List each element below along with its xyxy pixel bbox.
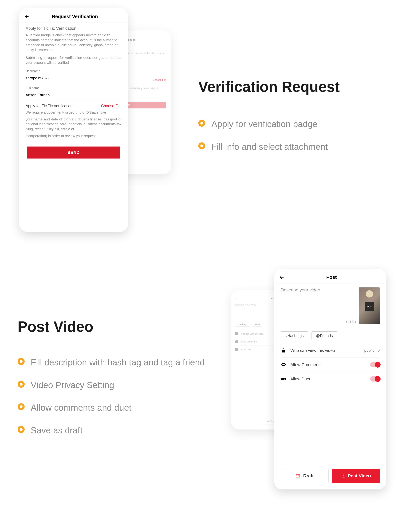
svg-point-3 [284,364,285,365]
char-counter: 0/150 [281,320,356,324]
draft-button[interactable]: Draft [281,469,329,483]
fullname-input[interactable] [26,91,121,99]
duet-setting-row: Allow Duet [281,372,380,386]
video-icon [235,348,238,351]
comments-label: Allow Comments [290,362,366,367]
verification-desc-1: A verified badge is check that appears n… [26,33,121,52]
username-label: Username [26,69,121,73]
verification-header: Request Verification [19,8,128,23]
apply-heading: Apply for Tic Tic Verification [26,26,121,31]
post-video-button[interactable]: Post Video [332,469,380,483]
lock-icon [235,332,238,335]
back-arrow-icon[interactable] [24,14,30,19]
post-bullets: Fill description with hash tag and tag a… [18,357,205,447]
envelope-icon: ✉ [267,420,269,423]
friends-chip[interactable]: @Friends [311,332,337,340]
choose-file-button[interactable]: Choose File [101,104,121,108]
bullet-icon [18,381,25,388]
chevron-right-icon: › [378,348,380,353]
video-icon [281,376,286,382]
comment-icon [281,362,286,368]
svg-point-2 [283,364,284,365]
bullet-icon [198,142,205,149]
bullet-icon [198,120,205,127]
verification-phone: Request Verification Apply for Tic Tic V… [19,8,128,232]
comments-setting-row: Allow Comments [281,358,380,372]
send-button[interactable]: SEND [27,146,120,159]
post-phone: Post Describe your video 0/150 #Hashtags… [274,269,386,489]
hashtags-chip[interactable]: #Hashtags [281,332,308,340]
svg-point-1 [282,364,283,365]
privacy-setting-row[interactable]: Who can view this video public › [281,343,380,358]
video-thumbnail[interactable] [359,287,380,324]
verification-bullets: Apply for verification badge Fill info a… [198,118,328,164]
comments-toggle[interactable] [370,362,380,367]
section-title-post: Post Video [18,318,93,335]
file-section-label: Apply for Tic Tic Verification [26,104,73,108]
post-title: Post [288,275,375,280]
lock-icon [281,348,286,353]
section-title-verification: Verification Request [198,78,340,95]
back-arrow-icon[interactable] [279,274,285,280]
fullname-label: Full name [26,86,121,90]
verification-desc-2: Submitting a request for verification do… [26,55,121,65]
post-header: Post [274,269,386,284]
bullet-icon [18,358,25,365]
requirement-text-3: incorporation) in order to review your r… [26,133,121,139]
bullet-icon [18,403,25,410]
bullet-icon [18,426,25,433]
envelope-icon [296,474,300,478]
description-input[interactable]: Describe your video [281,287,356,293]
requirement-text-1: We require a goverment-issued photo ID t… [26,110,121,115]
privacy-label: Who can view this video [290,348,360,353]
svg-rect-4 [281,378,284,380]
verification-title: Request Verification [33,14,117,19]
duet-label: Allow Duet [290,377,366,381]
requirement-text-2: your name and date of birth(e.g driver's… [26,117,121,132]
duet-toggle[interactable] [370,376,380,381]
username-input[interactable] [26,74,121,82]
comment-icon [235,340,238,343]
privacy-value: public [364,348,374,353]
upload-icon [341,474,345,478]
